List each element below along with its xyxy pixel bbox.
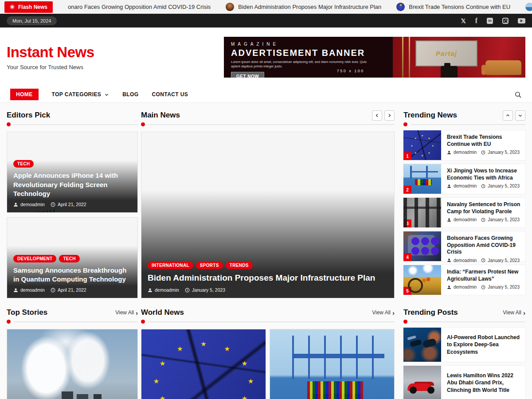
eu-flag-thumb-icon [396, 3, 405, 11]
section-line [148, 124, 395, 125]
article-title[interactable]: Biden Administration Proposes Major Infr… [148, 273, 388, 284]
clock-icon [185, 288, 190, 293]
publish-date: January 5, 2023 [192, 287, 225, 293]
author-name: demoadmin [20, 287, 45, 293]
trending-news-item[interactable]: 5 India: “Farmers Protest New Agricultur… [403, 265, 525, 295]
scroll-up-button[interactable] [503, 110, 513, 121]
article-title[interactable]: AI-Powered Robot Launched to Explore Dee… [441, 334, 525, 356]
instagram-icon[interactable] [502, 18, 509, 24]
author-icon [148, 288, 153, 293]
facebook-icon[interactable]: f [475, 17, 477, 25]
clock-icon [481, 150, 485, 155]
main-news-card[interactable]: INTERNATIONAL SPORTS TRENDS Biden Admini… [141, 132, 395, 298]
ad-kicker: MAGAZINE [231, 42, 386, 47]
advertisement-banner[interactable]: MAGAZINE ADVERTISEMENT BANNER Lorem ipsu… [224, 37, 525, 78]
ticker-item-text: onaro Faces Growing Opposition Amid COVI… [68, 4, 211, 10]
rank-badge: 5 [403, 287, 411, 295]
section-title-main-news: Main News [141, 111, 180, 120]
article-title[interactable]: Brexit Trade Tensions Continue with EU [447, 134, 521, 148]
site-logo[interactable]: Instant News [7, 44, 94, 61]
article-title[interactable]: Apple Announces iPhone 14 with Revolutio… [13, 171, 131, 198]
trending-news-item[interactable]: 2 Xi Jinping Vows to Increase Economic T… [403, 164, 525, 194]
article-title[interactable]: India: “Farmers Protest New Agricultural… [447, 269, 521, 282]
flash-news-badge: Flash News [4, 1, 53, 13]
ticker-item[interactable]: Biden Administration Proposes Major Infr… [226, 3, 381, 11]
nav-item-home[interactable]: HOME [10, 89, 39, 100]
author-icon [447, 150, 451, 155]
site-tagline: Your Source for Trusted News [7, 64, 94, 70]
editors-pick-section: Editors Pick TECH Apple Announces iPhone… [7, 110, 138, 298]
publish-date: April 21, 2022 [58, 287, 86, 293]
editors-pick-card-2[interactable]: DEVELOPMENT TECH Samsung Announces Break… [7, 217, 138, 298]
top-stories-section: Top Stories View All› [7, 307, 138, 399]
linkedin-icon[interactable]: in [487, 18, 493, 24]
article-title[interactable]: Bolsonaro Faces Growing Opposition Amid … [447, 235, 521, 256]
section-line [14, 321, 138, 322]
section-line [14, 124, 138, 125]
article-title[interactable]: Xi Jinping Vows to Increase Economic Tie… [447, 168, 521, 181]
section-dot [7, 122, 11, 126]
world-news-image-port[interactable] [270, 329, 395, 399]
trending-post-item[interactable]: Lewis Hamilton Wins 2022 Abu Dhabi Grand… [403, 366, 525, 399]
clock-icon [481, 218, 485, 222]
section-title-trending-posts: Trending Posts [403, 308, 458, 317]
top-grid: Editors Pick TECH Apple Announces iPhone… [7, 110, 525, 298]
top-stories-image[interactable] [7, 329, 138, 399]
flash-news-label: Flash News [18, 4, 47, 10]
studio-screen: Partaj [415, 40, 478, 66]
article-title[interactable]: Navalny Sentenced to Prison Camp for Vio… [447, 201, 521, 215]
chevron-right-icon: › [523, 309, 525, 316]
author-icon [13, 288, 18, 293]
category-badge[interactable]: SPORTS [196, 262, 223, 269]
youtube-icon[interactable] [518, 18, 525, 23]
trending-news-section: Trending News ★★★★★★★★ 1 Brexit Trade Te… [403, 110, 525, 298]
view-all-link[interactable]: View All› [115, 309, 138, 316]
ticker-item[interactable]: onaro Faces Growing Opposition Amid COVI… [68, 4, 211, 10]
article-title[interactable]: Lewis Hamilton Wins 2022 Abu Dhabi Grand… [441, 372, 525, 394]
category-badge[interactable]: TRENDS [226, 262, 253, 269]
category-badge[interactable]: DEVELOPMENT [13, 255, 56, 262]
view-all-link[interactable]: View All› [503, 309, 525, 316]
section-dot [403, 320, 407, 324]
brand: Instant News Your Source for Trusted New… [7, 44, 94, 70]
ad-title: ADVERTISEMENT BANNER [231, 48, 386, 58]
next-slide-button[interactable] [384, 110, 395, 121]
world-news-image-eu[interactable]: ★★★★★★★★★★★★ [141, 329, 266, 399]
view-all-link[interactable]: View All› [372, 309, 395, 316]
clock-icon [481, 285, 485, 289]
article-thumbnail: 4 [403, 231, 441, 261]
section-line [411, 124, 525, 125]
nav-item-top-categories[interactable]: TOP CATEGORIES [52, 91, 110, 98]
trending-news-item[interactable]: ★★★★★★★★ 1 Brexit Trade Tensions Continu… [403, 130, 525, 160]
article-thumbnail: 3 [403, 198, 441, 227]
author-name: demoadmin [155, 287, 179, 293]
site-header: Instant News Your Source for Trusted New… [0, 27, 532, 86]
search-icon[interactable] [514, 91, 522, 98]
scroll-down-button[interactable] [515, 110, 525, 121]
trending-posts-section: Trending Posts View All› AI-Powered Robo… [403, 307, 525, 399]
trending-news-item[interactable]: 3 Navalny Sentenced to Prison Camp for V… [403, 198, 525, 227]
top-bar: Mon, Jul 15, 2024 𝕏 f in [0, 14, 532, 27]
chevron-down-icon [104, 92, 109, 97]
nav-item-blog[interactable]: BLOG [122, 91, 138, 98]
prev-slide-button[interactable] [372, 110, 382, 121]
article-thumbnail: 5 [403, 265, 441, 295]
trending-post-item[interactable]: AI-Powered Robot Launched to Explore Dee… [403, 328, 525, 362]
get-now-button[interactable]: GET NOW [231, 72, 264, 78]
author-icon [447, 218, 451, 222]
nav-item-contact-us[interactable]: CONTACT US [152, 91, 188, 98]
ticker-item[interactable]: Brexit Trade Tensions Continue with EU [396, 3, 510, 11]
article-title[interactable]: Samsung Announces Breakthrough in Quantu… [13, 266, 131, 284]
editors-pick-card-1[interactable]: TECH Apple Announces iPhone 14 with Revo… [7, 132, 138, 213]
x-twitter-icon[interactable]: 𝕏 [461, 17, 466, 24]
section-title-trending-news: Trending News [403, 111, 457, 120]
author-name: demoadmin [20, 202, 45, 207]
main-nav: HOME TOP CATEGORIES BLOG CONTACT US [0, 86, 532, 103]
section-dot [403, 122, 407, 126]
ticker-item[interactable]: Xi Jinping Vows to Increase Econo [525, 3, 532, 11]
category-badge[interactable]: INTERNATIONAL [148, 262, 193, 269]
category-badge[interactable]: TECH [59, 255, 79, 262]
article-thumbnail: 2 [403, 164, 441, 194]
trending-news-item[interactable]: 4 Bolsonaro Faces Growing Opposition Ami… [403, 231, 525, 261]
category-badge[interactable]: TECH [13, 160, 34, 168]
